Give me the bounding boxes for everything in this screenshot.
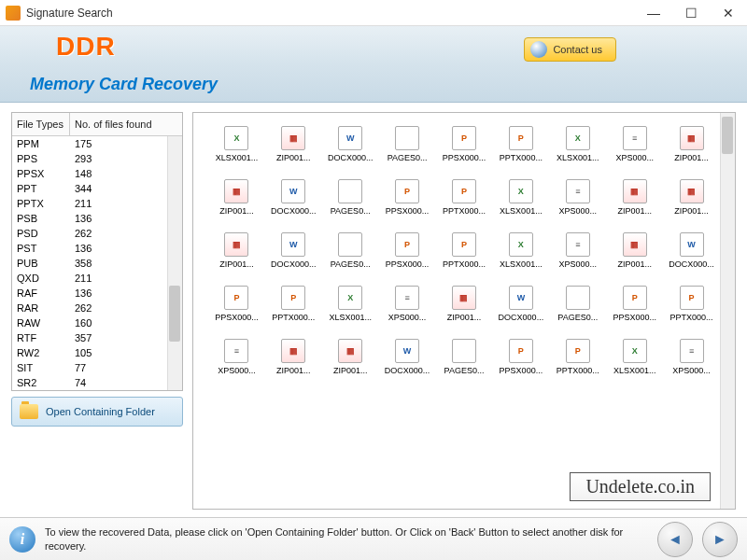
file-type-row[interactable]: PUB358 xyxy=(12,256,182,271)
file-item[interactable]: PAGES0... xyxy=(551,286,604,322)
main-area: File Types No. of files found PPM175PPS2… xyxy=(0,103,747,510)
file-type-row[interactable]: SR274 xyxy=(12,375,182,390)
file-types-list[interactable]: PPM175PPS293PPSX148PPT344PPTX211PSB136PS… xyxy=(12,136,182,390)
file-type-row[interactable]: PPM175 xyxy=(12,136,182,151)
file-item[interactable]: XPS000... xyxy=(551,232,604,269)
file-item[interactable]: PPSX000... xyxy=(381,179,434,216)
file-item[interactable]: PAGES0... xyxy=(324,179,377,216)
file-item[interactable]: PPSX000... xyxy=(381,232,434,269)
results-scrollbar[interactable] xyxy=(720,113,735,509)
file-label: XLSX001... xyxy=(613,366,656,375)
file-item[interactable]: ZIP001... xyxy=(267,339,320,375)
file-item[interactable]: XPS000... xyxy=(381,286,434,322)
file-type-row[interactable]: RTF357 xyxy=(12,330,182,345)
file-item[interactable]: XPS000... xyxy=(665,339,718,375)
ppsx-file-icon xyxy=(395,179,419,203)
file-item[interactable]: XLSX001... xyxy=(210,126,263,162)
file-item[interactable]: XLSX001... xyxy=(494,232,547,269)
file-item[interactable]: PPSX000... xyxy=(494,339,547,375)
file-item[interactable]: ZIP001... xyxy=(210,232,263,269)
close-button[interactable]: ✕ xyxy=(710,0,747,26)
file-type-name: RTF xyxy=(17,332,75,343)
file-item[interactable]: PAGES0... xyxy=(438,339,491,375)
file-type-row[interactable]: PSB136 xyxy=(12,211,182,226)
maximize-button[interactable]: ☐ xyxy=(672,0,710,26)
file-item[interactable]: PPTX000... xyxy=(438,232,491,269)
scrollbar-thumb[interactable] xyxy=(722,117,733,154)
file-item[interactable]: PPSX000... xyxy=(210,286,263,322)
file-item[interactable]: XPS000... xyxy=(551,179,604,216)
file-item[interactable]: DOCX000... xyxy=(267,179,320,216)
file-label: XLSX001... xyxy=(329,313,372,322)
pptx-file-icon xyxy=(452,232,476,257)
file-item[interactable]: XLSX001... xyxy=(551,126,604,162)
file-type-row[interactable]: PSD262 xyxy=(12,226,182,241)
file-item[interactable]: PPTX000... xyxy=(267,286,320,322)
file-item[interactable]: PPTX000... xyxy=(438,179,491,216)
file-type-count: 211 xyxy=(75,198,177,209)
file-item[interactable]: ZIP001... xyxy=(665,126,718,162)
file-type-row[interactable]: RW2105 xyxy=(12,345,182,360)
file-item[interactable]: ZIP001... xyxy=(608,232,661,269)
zip-file-icon xyxy=(623,232,647,257)
file-item[interactable]: DOCX000... xyxy=(381,339,434,375)
file-item[interactable]: ZIP001... xyxy=(665,179,718,216)
file-item[interactable]: XPS000... xyxy=(608,126,661,162)
brand-watermark: Undelete.co.in xyxy=(570,472,711,501)
file-item[interactable]: DOCX000... xyxy=(494,286,547,322)
file-label: XPS000... xyxy=(559,259,598,269)
file-type-row[interactable]: SIT77 xyxy=(12,360,182,375)
file-type-row[interactable]: RAF136 xyxy=(12,286,182,301)
file-item[interactable]: XLSX001... xyxy=(608,339,661,375)
file-item[interactable]: DOCX000... xyxy=(267,232,320,269)
file-item[interactable]: ZIP001... xyxy=(608,179,661,216)
next-button[interactable]: ► xyxy=(702,522,738,557)
scrollbar-thumb[interactable] xyxy=(169,286,180,342)
file-item[interactable]: PAGES0... xyxy=(381,126,434,162)
file-item[interactable]: PPSX000... xyxy=(608,286,661,322)
ppsx-file-icon xyxy=(623,286,647,310)
file-types-panel: File Types No. of files found PPM175PPS2… xyxy=(11,112,183,391)
pptx-file-icon xyxy=(281,286,305,310)
file-type-name: RAR xyxy=(17,302,75,314)
file-item[interactable]: PAGES0... xyxy=(324,232,377,269)
file-type-row[interactable]: PPS293 xyxy=(12,151,182,166)
minimize-button[interactable]: — xyxy=(635,0,672,26)
file-type-row[interactable]: PPT344 xyxy=(12,181,182,196)
file-item[interactable]: ZIP001... xyxy=(324,339,377,375)
file-type-row[interactable]: RAW160 xyxy=(12,315,182,330)
file-label: PAGES0... xyxy=(388,153,428,162)
file-type-row[interactable]: QXD211 xyxy=(12,271,182,286)
file-item[interactable]: DOCX000... xyxy=(324,126,377,162)
file-item[interactable]: ZIP001... xyxy=(438,286,491,322)
contact-us-button[interactable]: Contact us xyxy=(524,37,616,62)
file-type-count: 211 xyxy=(75,273,177,284)
file-item[interactable]: PPTX000... xyxy=(665,286,718,322)
file-type-name: SIT xyxy=(17,362,75,373)
file-type-count: 175 xyxy=(75,138,177,149)
file-item[interactable]: DOCX000... xyxy=(665,232,718,269)
file-type-row[interactable]: PPSX148 xyxy=(12,166,182,181)
file-label: DOCX000... xyxy=(385,366,430,375)
back-button[interactable]: ◄ xyxy=(657,522,693,557)
footer: i To view the recovered Data, please cli… xyxy=(0,517,747,560)
file-type-row[interactable]: PST136 xyxy=(12,241,182,256)
file-item[interactable]: XLSX001... xyxy=(494,179,547,216)
file-item[interactable]: PPSX000... xyxy=(438,126,491,162)
file-type-row[interactable]: RAR262 xyxy=(12,301,182,315)
file-grid[interactable]: XLSX001...ZIP001...DOCX000...PAGES0...PP… xyxy=(210,126,718,375)
file-type-row[interactable]: PPTX211 xyxy=(12,196,182,211)
col-file-types[interactable]: File Types xyxy=(12,113,70,135)
file-item[interactable]: ZIP001... xyxy=(210,179,263,216)
file-item[interactable]: ZIP001... xyxy=(267,126,320,162)
col-count[interactable]: No. of files found xyxy=(70,113,182,135)
file-item[interactable]: PPTX000... xyxy=(494,126,547,162)
file-label: ZIP001... xyxy=(219,259,254,269)
file-item[interactable]: PPTX000... xyxy=(551,339,604,375)
xlsx-file-icon xyxy=(224,126,248,150)
file-type-count: 136 xyxy=(75,287,177,299)
open-containing-folder-button[interactable]: Open Containing Folder xyxy=(11,397,183,427)
file-types-scrollbar[interactable] xyxy=(167,136,182,390)
file-item[interactable]: XPS000... xyxy=(210,339,263,375)
file-item[interactable]: XLSX001... xyxy=(324,286,377,322)
